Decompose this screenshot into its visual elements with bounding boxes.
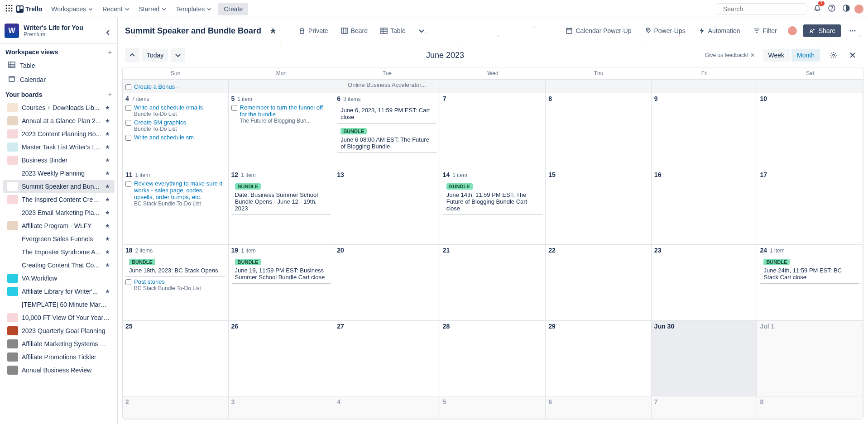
star-icon[interactable]: ★	[105, 262, 110, 268]
checklist-item[interactable]: Post storiesBC Stack Bundle To-Do List	[125, 278, 225, 291]
board-member-avatar[interactable]	[787, 25, 798, 36]
calendar-cell[interactable]: 13	[334, 169, 440, 245]
calendar-cell[interactable]: 241 itemBUNDLEJune 24th, 11:59 PM EST: B…	[757, 245, 863, 321]
star-board-icon[interactable]	[265, 24, 281, 37]
board-menu-icon[interactable]	[844, 24, 861, 37]
calendar-cell[interactable]: 8	[757, 396, 863, 419]
checkbox[interactable]	[125, 135, 131, 141]
calendar-cell[interactable]: 7	[440, 93, 546, 169]
calendar-cell[interactable]: 23	[652, 245, 758, 321]
star-icon[interactable]: ★	[105, 223, 110, 229]
board-item[interactable]: Affiliate Marketing Systems W...	[3, 338, 115, 350]
star-icon[interactable]: ★	[105, 236, 110, 242]
calendar-cell[interactable]	[757, 80, 863, 93]
board-item[interactable]: Affiliate Program - WLFY★	[3, 219, 115, 232]
calendar-cell[interactable]: 15	[546, 169, 652, 245]
view-switcher-icon[interactable]	[413, 24, 430, 37]
calendar-cell[interactable]: 8	[546, 93, 652, 169]
board-title[interactable]: Summit Speaker and Bundle Board	[125, 26, 261, 36]
board-item[interactable]: 2023 Content Planning Bo...★	[3, 128, 115, 140]
calendar-card[interactable]: BUNDLEJune 14th, 11:59 PM EST: The Futur…	[443, 180, 543, 214]
calendar-cell[interactable]: 21	[440, 245, 546, 321]
calendar-cell[interactable]: 51 itemRemember to turn the funnel off f…	[229, 93, 335, 169]
add-view-icon[interactable]: +	[108, 48, 112, 56]
calendar-cell[interactable]: 20	[334, 245, 440, 321]
calendar-card[interactable]: BUNDLEJune 6 08:00 AM EST: The Future of…	[337, 125, 437, 152]
search-input[interactable]	[723, 5, 802, 13]
board-item[interactable]: Affiliate Promotions Tickler	[3, 351, 115, 363]
calendar-cell[interactable]: 22	[546, 245, 652, 321]
theme-icon[interactable]	[840, 2, 853, 16]
calendar-cell[interactable]: 7	[652, 396, 758, 419]
calendar-cell[interactable]: 26	[229, 321, 335, 397]
calendar-cell[interactable]	[652, 80, 758, 93]
board-item[interactable]: Creating Content That Co...★	[3, 259, 115, 272]
filter-button[interactable]: Filter	[748, 24, 782, 37]
next-month-icon[interactable]	[171, 48, 185, 62]
calendar-cell[interactable]: 28	[440, 321, 546, 397]
calendar-cell[interactable]: 17	[757, 169, 863, 245]
checkbox[interactable]	[125, 84, 131, 90]
calendar-cell[interactable]: 182 itemsBUNDLEJune 18th, 2023: BC Stack…	[123, 245, 229, 321]
board-item[interactable]: VA Workflow	[3, 272, 115, 285]
checkbox[interactable]	[125, 181, 131, 187]
visibility-button[interactable]: Private	[294, 24, 333, 37]
calendar-settings-icon[interactable]	[825, 49, 842, 62]
star-icon[interactable]: ★	[105, 157, 110, 163]
checklist-item[interactable]: Write and schedule emailsBundle To-Do Li…	[125, 104, 225, 117]
close-feedback-icon[interactable]: ✕	[750, 52, 755, 58]
checklist-item[interactable]: Write and schedule sm	[125, 134, 225, 141]
nav-starred[interactable]: Starred	[134, 3, 172, 15]
help-icon[interactable]	[825, 2, 838, 16]
calendar-card[interactable]: June 6, 2023, 11:59 PM EST: Cart close	[337, 104, 437, 123]
board-item[interactable]: Business Binder★	[3, 154, 115, 167]
trello-logo[interactable]: Trello	[16, 5, 42, 13]
calendar-cell[interactable]: 191 itemBUNDLEJune 19, 11:59 PM EST: Bus…	[229, 245, 335, 321]
calendar-card[interactable]: BUNDLEJune 19, 11:59 PM EST: Business Su…	[231, 256, 331, 283]
calendar-cell[interactable]: 16	[652, 169, 758, 245]
calendar-cell[interactable]: 4	[334, 396, 440, 419]
add-board-icon[interactable]: +	[108, 91, 112, 98]
notifications-icon[interactable]: 7	[811, 2, 824, 16]
checklist-item[interactable]: Create SM graphicsBundle To-Do List	[125, 119, 225, 132]
calendar-card[interactable]: BUNDLEJune 24th, 11:59 PM EST: BC Stack …	[760, 256, 860, 283]
create-button[interactable]: Create	[218, 3, 248, 15]
calendar-cell[interactable]	[546, 80, 652, 93]
calendar-cell[interactable]: 29	[546, 321, 652, 397]
board-item[interactable]: 2023 Quarterly Goal Planning	[3, 324, 115, 337]
checklist-item[interactable]: Remember to turn the funnel off for the …	[231, 104, 331, 124]
calendar-cell[interactable]: 63 itemsJune 6, 2023, 11:59 PM EST: Cart…	[334, 93, 440, 169]
calendar-cell[interactable]: Online Business Accelerator...	[334, 80, 440, 93]
calendar-card[interactable]: BUNDLEJune 18th, 2023: BC Stack Opens	[125, 256, 225, 276]
sidebar-collapse-icon[interactable]	[103, 27, 114, 38]
powerups-button[interactable]: Power-Ups	[639, 24, 690, 37]
feedback-link[interactable]: Give us feedback! ✕	[705, 52, 754, 58]
calendar-cell[interactable]: 6	[546, 396, 652, 419]
prev-month-icon[interactable]	[125, 48, 139, 62]
share-button[interactable]: Share	[803, 24, 841, 37]
close-calendar-icon[interactable]	[844, 49, 861, 62]
checklist-item[interactable]: Create a Bonus -	[125, 83, 225, 90]
board-item[interactable]: 2023 Weekly Planning★	[3, 167, 115, 180]
calendar-cell[interactable]: Jul 1	[757, 321, 863, 397]
star-icon[interactable]: ★	[105, 288, 110, 295]
week-view-button[interactable]: Week	[763, 49, 790, 62]
apps-menu-icon[interactable]	[4, 3, 14, 15]
star-icon[interactable]: ★	[105, 170, 110, 176]
calendar-cell[interactable]: 5	[440, 396, 546, 419]
board-item[interactable]: Annual Business Review	[3, 364, 115, 376]
calendar-cell[interactable]: 141 itemBUNDLEJune 14th, 11:59 PM EST: T…	[440, 169, 546, 245]
calendar-card[interactable]: BUNDLEDate: Business Summer School Bundl…	[231, 180, 331, 214]
checkbox[interactable]	[125, 279, 131, 285]
calendar-cell[interactable]: 2	[123, 396, 229, 419]
board-item[interactable]: Evergreen Sales Funnels★	[3, 233, 115, 245]
board-item[interactable]: 2023 Email Marketing Pla...★	[3, 206, 115, 219]
calendar-cell[interactable]: 27	[334, 321, 440, 397]
calendar-cell[interactable]: 47 itemsWrite and schedule emailsBundle …	[123, 93, 229, 169]
workspace-header[interactable]: W Writer's Life for You Premium	[0, 18, 117, 44]
calendar-cell[interactable]: Create a Bonus -	[123, 80, 229, 93]
board-item[interactable]: Courses + Downloads Lib...★	[3, 101, 115, 114]
view-calendar[interactable]: Calendar	[3, 72, 115, 86]
board-item[interactable]: The Inspired Content Crea...★	[3, 193, 115, 206]
nav-templates[interactable]: Templates	[171, 3, 216, 15]
